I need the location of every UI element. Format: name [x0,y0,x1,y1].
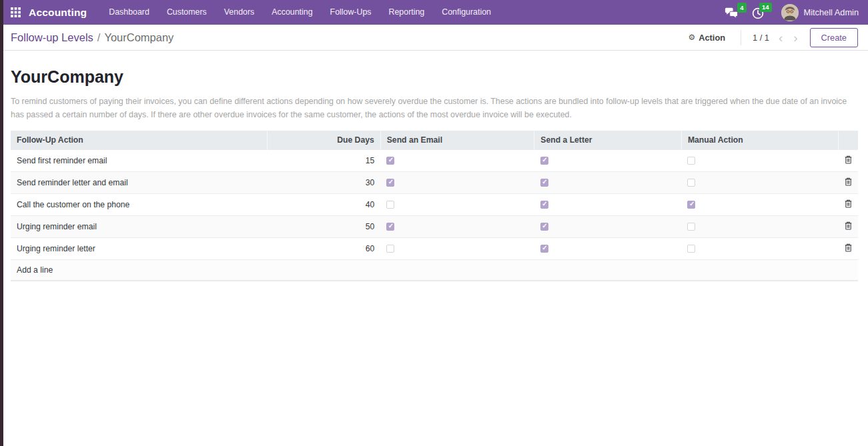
manual-action-checkbox[interactable] [687,223,695,231]
breadcrumb-current: YourCompany [104,31,173,44]
table-row: Urging reminder letter 60 [11,237,858,259]
row-due-days-cell[interactable]: 40 [268,193,381,215]
chevron-left-icon: ‹ [779,31,783,45]
header-send-letter: Send a Letter [534,131,682,150]
breadcrumb-parent-link[interactable]: Follow-up Levels [11,31,93,44]
send-letter-checkbox[interactable] [540,245,548,253]
header-delete-column [839,131,858,150]
send-email-checkbox[interactable] [386,157,394,165]
trash-icon [845,155,852,164]
header-manual-action: Manual Action [681,131,839,150]
header-send-email: Send an Email [380,131,534,150]
nav-item-configuration[interactable]: Configuration [433,0,500,25]
user-avatar [781,4,799,21]
messages-badge: 4 [737,3,746,13]
pager-count: 1 / 1 [753,33,769,43]
row-action-cell[interactable]: Send first reminder email [11,149,268,171]
trash-icon [845,199,852,208]
topbar-right: 4 14 Mitchell Admin [725,4,859,21]
row-action-cell[interactable]: Send reminder letter and email [11,171,268,193]
manual-action-checkbox[interactable] [687,245,695,253]
breadcrumb: Follow-up Levels / YourCompany [11,31,173,44]
trash-icon [845,221,852,230]
row-action-cell[interactable]: Urging reminder letter [11,237,268,259]
user-menu[interactable]: Mitchell Admin [781,4,859,21]
action-menu-button[interactable]: ⚙ Action [684,30,729,45]
activities-button[interactable]: 14 [752,6,764,19]
row-due-days-cell[interactable]: 60 [268,237,381,259]
breadcrumb-separator: / [97,31,101,44]
gear-icon: ⚙ [688,33,695,42]
top-navbar: Accounting Dashboard Customers Vendors A… [0,0,868,25]
send-letter-checkbox[interactable] [540,179,548,187]
pager-next-button[interactable]: › [792,31,799,44]
add-line-row: Add a line [11,259,858,281]
header-followup-action: Follow-Up Action [11,131,268,150]
row-due-days-cell[interactable]: 30 [268,171,381,193]
row-action-cell[interactable]: Call the customer on the phone [11,193,268,215]
table-row: Urging reminder email 50 [11,215,858,237]
page-title: YourCompany [11,67,858,87]
row-action-cell[interactable]: Urging reminder email [11,215,268,237]
page-description: To remind customers of paying their invo… [11,95,850,122]
nav-item-accounting[interactable]: Accounting [263,0,321,25]
nav-item-dashboard[interactable]: Dashboard [100,0,158,25]
table-row: Send first reminder email 15 [11,149,858,171]
nav-item-follow-ups[interactable]: Follow-Ups [322,0,380,25]
send-email-checkbox[interactable] [386,179,394,187]
delete-row-button[interactable] [845,155,852,164]
window-left-edge [0,0,3,446]
nav-item-reporting[interactable]: Reporting [380,0,434,25]
delete-row-button[interactable] [845,177,852,186]
nav-menu: Dashboard Customers Vendors Accounting F… [100,0,500,25]
trash-icon [845,243,852,252]
app-name[interactable]: Accounting [29,7,87,19]
followup-table-body: Send first reminder email 15 Send remind… [11,149,858,259]
chat-bubbles-icon [725,7,739,19]
chevron-right-icon: › [793,31,797,45]
control-panel-right: ⚙ Action 1 / 1 ‹ › Create [684,28,858,47]
control-panel: Follow-up Levels / YourCompany ⚙ Action … [0,25,868,51]
action-menu-label: Action [699,33,725,43]
followup-levels-table: Follow-Up Action Due Days Send an Email … [11,131,858,281]
pager-previous-button[interactable]: ‹ [777,31,784,44]
trash-icon [845,177,852,186]
table-header: Follow-Up Action Due Days Send an Email … [11,131,858,150]
send-email-checkbox[interactable] [386,201,394,209]
activities-badge: 14 [759,3,772,13]
send-letter-checkbox[interactable] [540,223,548,231]
send-email-checkbox[interactable] [386,245,394,253]
manual-action-checkbox[interactable] [687,179,695,187]
apps-grid-icon[interactable] [11,7,21,17]
pager: 1 / 1 ‹ › [753,31,799,44]
manual-action-checkbox[interactable] [687,157,695,165]
send-letter-checkbox[interactable] [540,157,548,165]
row-due-days-cell[interactable]: 15 [268,149,381,171]
manual-action-checkbox[interactable] [687,201,695,209]
add-line-link[interactable]: Add a line [11,259,858,281]
send-letter-checkbox[interactable] [540,201,548,209]
nav-item-vendors[interactable]: Vendors [215,0,263,25]
divider [741,30,741,45]
table-row: Call the customer on the phone 40 [11,193,858,215]
table-row: Send reminder letter and email 30 [11,171,858,193]
create-button[interactable]: Create [810,28,858,47]
form-view: YourCompany To remind customers of payin… [0,51,868,281]
delete-row-button[interactable] [845,243,852,252]
user-name: Mitchell Admin [804,7,859,17]
delete-row-button[interactable] [845,199,852,208]
delete-row-button[interactable] [845,221,852,230]
row-due-days-cell[interactable]: 50 [268,215,381,237]
messages-button[interactable]: 4 [725,6,739,19]
header-due-days: Due Days [268,131,381,150]
send-email-checkbox[interactable] [386,223,394,231]
nav-item-customers[interactable]: Customers [158,0,215,25]
